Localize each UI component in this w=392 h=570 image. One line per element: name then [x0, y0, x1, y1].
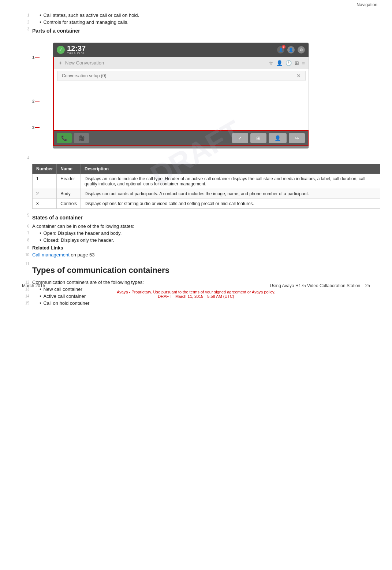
annot-line-1 [35, 57, 40, 58]
table-header-description: Description [81, 164, 380, 174]
line-num-6: 6 [22, 223, 32, 228]
table-cell-name-2: Body [57, 189, 81, 199]
nc-label: New Conversation [65, 60, 269, 66]
annot-num-1: 1 [32, 55, 34, 59]
nc-clock-icon: 🕐 [285, 60, 292, 66]
line-num-9: 9 [22, 245, 32, 250]
table-row-1: 1 Header Displays an icon to indicate th… [33, 174, 380, 189]
line-11-types-heading: 11 Types of communication containers [22, 261, 370, 278]
line-num-11: 11 [22, 261, 32, 266]
states-intro: A container can be in one of the followi… [32, 223, 134, 229]
table-cell-desc-1: Displays an icon to indicate the call ty… [81, 174, 380, 189]
table-cell-name-3: Controls [57, 199, 81, 209]
annot-num-3: 3 [32, 125, 34, 130]
nc-menu-icon: ≡ [302, 60, 305, 66]
bullet-dot-15: • [40, 300, 41, 306]
annotation-column: 1 2 3 [32, 39, 40, 130]
line-4: 4 [22, 155, 370, 160]
footer-main-line: March 2015 Using Avaya H175 Video Collab… [0, 283, 392, 288]
table-cell-desc-3: Displays options for starting audio or v… [81, 199, 380, 209]
nc-person-icon: 👤 [276, 60, 283, 66]
ctrl-btn-person: 👤 [269, 133, 287, 143]
parts-heading: Parts of a container [32, 28, 370, 34]
table-cell-name-1: Header [57, 174, 81, 189]
table-cell-desc-2: Displays contact cards of participants. … [81, 189, 380, 199]
line-1: 1 • Call states, such as active call or … [22, 12, 370, 18]
device-icon-person2: 👤 [287, 46, 295, 53]
device-date: THU AUG 08 [67, 52, 86, 55]
page-footer: March 2015 Using Avaya H175 Video Collab… [0, 283, 392, 299]
annot-line-2 [35, 101, 40, 101]
device-time-area: ✓ 12:37 THU AUG 08 [57, 45, 86, 55]
device-time: 12:37 [67, 45, 86, 52]
nc-star-icon: ☆ [269, 60, 273, 66]
bullet-text-7: Open: Displays the header and body. [44, 230, 122, 236]
ctrl-btn-video: 🎥 [74, 133, 89, 143]
line-num-4: 4 [22, 155, 32, 160]
body-area [54, 82, 309, 130]
badge-2: 2 [282, 45, 285, 49]
table-row-2: 2 Body Displays contact cards of partici… [33, 189, 380, 199]
annot-line-3 [35, 127, 40, 128]
device-check-icon: ✓ [57, 46, 65, 54]
ctrl-btn-call: 📞 [57, 133, 72, 143]
header-title: Navigation [356, 2, 377, 7]
line-3-heading: 3 Parts of a container [22, 26, 370, 36]
line-num-10: 10 [22, 252, 32, 257]
line-num-8: 8 [22, 237, 32, 242]
device-icon-contacts: 👤 2 [277, 46, 284, 53]
types-heading: Types of communication containers [32, 266, 370, 275]
bullet-dot-2: • [40, 19, 41, 25]
line-8-closed: 8 • Closed: Displays only the header. [22, 237, 370, 243]
footer-proprietary: Avaya - Proprietary. Use pursuant to the… [0, 290, 392, 294]
table-header-name: Name [57, 164, 81, 174]
bullet-text-8: Closed: Displays only the header. [44, 237, 114, 243]
line-10-link: 10 Call management on page 53 [22, 252, 370, 258]
bullet-text-1: Call states, such as active call or call… [44, 12, 139, 18]
nc-plus-icon: ＋ [58, 60, 63, 66]
bullet-text-2: Controls for starting and managing calls… [44, 19, 129, 25]
line-num-5: 5 [22, 212, 32, 217]
bullet-text-15: Call on hold container [44, 300, 90, 306]
device-icons-right: 👤 2 👤 ⚙ [277, 46, 305, 53]
conversation-setup-bar: Conversation setup (0) ✕ [57, 71, 306, 81]
footer-center: Using Avaya H175 Video Collaboration Sta… [270, 283, 370, 288]
line-7-open: 7 • Open: Displays the header and body. [22, 230, 370, 236]
annotation-2: 2 [32, 99, 40, 103]
table-cell-num-3: 3 [33, 199, 57, 209]
parts-table: Number Name Description 1 Header Display… [32, 164, 380, 209]
line-6-intro: 6 A container can be in one of the follo… [22, 223, 370, 229]
nc-icons: ☆ 👤 🕐 ⊞ ≡ [269, 60, 305, 66]
line-5-heading: 5 States of a container [22, 212, 370, 222]
device-top-bar: ✓ 12:37 THU AUG 08 👤 2 👤 [53, 43, 309, 57]
related-links-heading: Related Links [32, 245, 63, 251]
line-15-hold: 15 • Call on hold container [22, 300, 370, 306]
cs-close-icon: ✕ [296, 73, 301, 79]
cs-label: Conversation setup (0) [62, 73, 296, 78]
annotation-1: 1 [32, 55, 40, 59]
table-cell-num-2: 2 [33, 189, 57, 199]
states-heading: States of a container [32, 215, 370, 221]
ctrl-btn-check: ✓ [232, 133, 248, 143]
footer-draft: DRAFT—March 11, 2015—5:58 AM (UTC) [0, 294, 392, 299]
table-row-3: 3 Controls Displays options for starting… [33, 199, 380, 209]
call-management-link[interactable]: Call management [32, 252, 70, 258]
device-mockup: ✓ 12:37 THU AUG 08 👤 2 👤 [53, 42, 309, 149]
bullet-dot-7: • [40, 230, 41, 236]
line-num-15: 15 [22, 300, 32, 305]
ctrl-btn-transfer: ↪ [289, 133, 305, 143]
line-2: 2 • Controls for starting and managing c… [22, 19, 370, 25]
footer-date: March 2015 [22, 283, 45, 288]
controls-bar: 📞 🎥 ✓ ⊞ 👤 ↪ [53, 130, 309, 146]
ctrl-btn-grid: ⊞ [250, 133, 266, 143]
device-time-block: 12:37 THU AUG 08 [67, 45, 86, 55]
line-num-3: 3 [22, 26, 32, 31]
table-header-number: Number [33, 164, 57, 174]
annotation-3: 3 [32, 125, 40, 130]
nc-grid-icon: ⊞ [295, 60, 299, 66]
line-num-1: 1 [22, 12, 32, 17]
annot-num-2: 2 [32, 99, 34, 103]
device-icon-settings: ⚙ [298, 46, 305, 53]
line-num-2: 2 [22, 19, 32, 24]
bullet-dot-1: • [40, 12, 41, 18]
